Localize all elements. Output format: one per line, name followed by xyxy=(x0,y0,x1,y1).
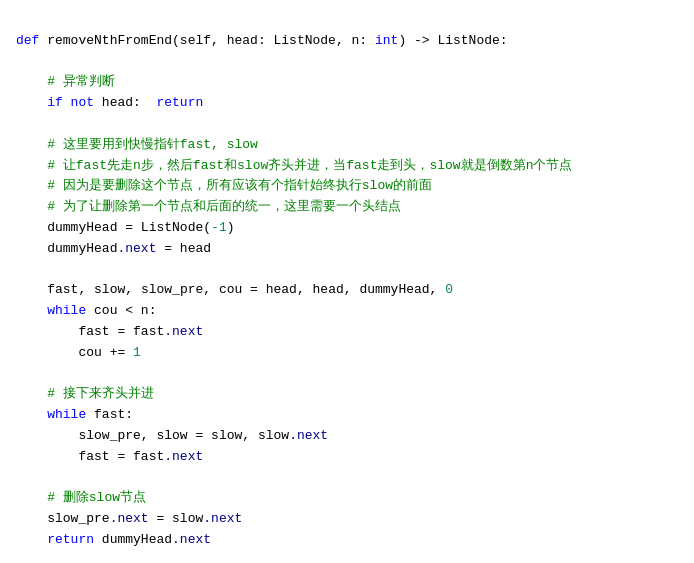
line-while2: while fast: xyxy=(16,407,133,422)
line-assign: fast, slow, slow_pre, cou = head, head, … xyxy=(16,282,453,297)
code-container: def removeNthFromEnd(self, head: ListNod… xyxy=(0,0,694,563)
line-comment5: # 为了让删除第一个节点和后面的统一，这里需要一个头结点 xyxy=(16,199,401,214)
line-comment7: # 删除slow节点 xyxy=(16,490,146,505)
line-fast1: fast = fast.next xyxy=(16,324,203,339)
line-comment1: # 异常判断 xyxy=(16,74,115,89)
line-comment6: # 接下来齐头并进 xyxy=(16,386,154,401)
line-if: if not head: return xyxy=(16,95,203,110)
line-def: def removeNthFromEnd(self, head: ListNod… xyxy=(16,33,508,48)
line-cou: cou += 1 xyxy=(16,345,141,360)
line-while1: while cou < n: xyxy=(16,303,156,318)
line-comment3: # 让fast先走n步，然后fast和slow齐头并进，当fast走到头，slo… xyxy=(16,158,572,173)
line-fast2: fast = fast.next xyxy=(16,449,203,464)
code-block: def removeNthFromEnd(self, head: ListNod… xyxy=(16,10,678,563)
line-comment4: # 因为是要删除这个节点，所有应该有个指针始终执行slow的前面 xyxy=(16,178,432,193)
line-dummy1: dummyHead = ListNode(-1) xyxy=(16,220,235,235)
line-dummy2: dummyHead.next = head xyxy=(16,241,211,256)
line-slowprenext: slow_pre.next = slow.next xyxy=(16,511,242,526)
line-slowpre: slow_pre, slow = slow, slow.next xyxy=(16,428,328,443)
line-return: return dummyHead.next xyxy=(16,532,211,547)
line-comment2: # 这里要用到快慢指针fast, slow xyxy=(16,137,258,152)
